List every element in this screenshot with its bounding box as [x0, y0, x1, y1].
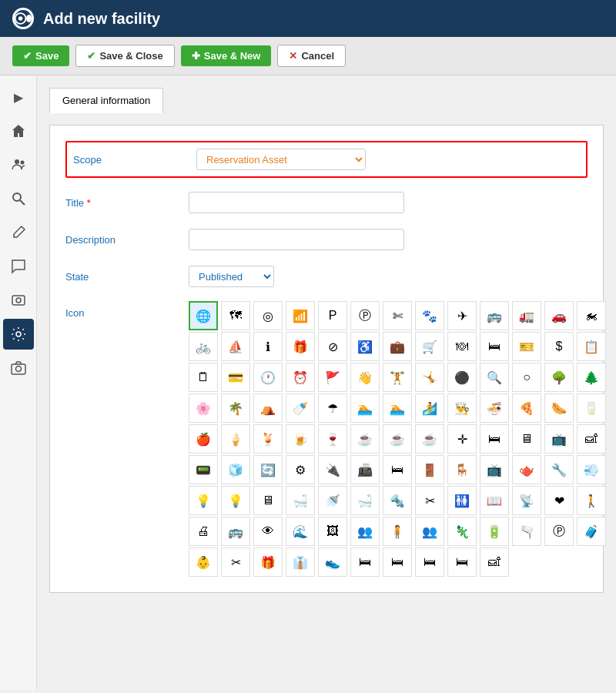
icon-cell-92[interactable]: 🚌 [221, 517, 250, 546]
icon-cell-29[interactable]: ⏰ [286, 363, 315, 392]
sidebar-item-dollar[interactable] [3, 285, 34, 316]
icon-cell-88[interactable]: 📡 [512, 486, 541, 515]
icon-cell-75[interactable]: 🫖 [512, 455, 541, 484]
icon-cell-32[interactable]: 🏋 [383, 363, 412, 392]
icon-cell-27[interactable]: 💳 [221, 363, 250, 392]
save-close-button[interactable]: ✔ Save & Close [75, 45, 174, 67]
icon-cell-73[interactable]: 🪑 [447, 455, 477, 484]
icon-cell-22[interactable]: 🛏 [480, 332, 509, 361]
icon-cell-41[interactable]: ⛺ [253, 393, 283, 423]
icon-cell-64[interactable]: 🛋 [577, 424, 606, 454]
icon-cell-74[interactable]: 📺 [480, 455, 509, 484]
description-input[interactable] [189, 229, 404, 250]
icon-cell-87[interactable]: 📖 [480, 486, 509, 515]
tab-general-information[interactable]: General information [49, 88, 163, 113]
icon-cell-61[interactable]: 🛏 [480, 424, 509, 454]
icon-cell-113[interactable]: 🛋 [480, 547, 509, 577]
icon-cell-6[interactable]: ✄ [383, 301, 412, 330]
icon-cell-48[interactable]: 🍜 [480, 393, 509, 423]
icon-cell-100[interactable]: 🔋 [480, 517, 509, 546]
icon-cell-42[interactable]: 🍼 [286, 393, 315, 423]
icon-cell-81[interactable]: 🛁 [286, 486, 315, 515]
save-button[interactable]: ✔ Save [12, 45, 69, 66]
icon-cell-55[interactable]: 🍺 [286, 424, 315, 454]
icon-cell-45[interactable]: 🏊 [383, 393, 412, 423]
icon-cell-14[interactable]: ⛵ [221, 332, 250, 361]
icon-cell-66[interactable]: 🧊 [221, 455, 250, 484]
icon-cell-94[interactable]: 🌊 [286, 517, 315, 546]
icon-cell-112[interactable]: 🛏 [447, 547, 477, 577]
icon-cell-49[interactable]: 🍕 [512, 393, 541, 423]
icon-cell-43[interactable]: ☂ [318, 393, 347, 423]
icon-cell-40[interactable]: 🌴 [221, 393, 250, 423]
icon-cell-79[interactable]: 💡 [221, 486, 250, 515]
icon-cell-102[interactable]: Ⓟ [544, 517, 574, 546]
icon-cell-76[interactable]: 🔧 [544, 455, 574, 484]
icon-cell-0[interactable]: 🌐 [189, 301, 218, 330]
icon-cell-104[interactable]: 👶 [189, 547, 218, 577]
icon-cell-31[interactable]: 👋 [350, 363, 380, 392]
icon-cell-33[interactable]: 🤸 [415, 363, 444, 392]
icon-cell-69[interactable]: 🔌 [318, 455, 347, 484]
icon-cell-37[interactable]: 🌳 [544, 363, 574, 392]
icon-cell-84[interactable]: 🔩 [383, 486, 412, 515]
icon-cell-44[interactable]: 🏊 [350, 393, 380, 423]
icon-cell-65[interactable]: 📟 [189, 455, 218, 484]
icon-cell-56[interactable]: 🍷 [318, 424, 347, 454]
icon-cell-7[interactable]: 🐾 [415, 301, 444, 330]
icon-cell-17[interactable]: ⊘ [318, 332, 347, 361]
icon-cell-95[interactable]: 🖼 [318, 517, 347, 546]
icon-cell-105[interactable]: ✂ [221, 547, 250, 577]
icon-cell-5[interactable]: Ⓟ [350, 301, 380, 330]
icon-cell-39[interactable]: 🌸 [189, 393, 218, 423]
icon-cell-35[interactable]: 🔍 [480, 363, 509, 392]
icon-cell-89[interactable]: ❤ [544, 486, 574, 515]
icon-cell-99[interactable]: 🦎 [447, 517, 477, 546]
icon-cell-47[interactable]: 👨‍🍳 [447, 393, 477, 423]
scope-select[interactable]: Reservation Asset Global [196, 149, 366, 170]
icon-cell-16[interactable]: 🎁 [286, 332, 315, 361]
icon-cell-24[interactable]: $ [544, 332, 574, 361]
icon-cell-68[interactable]: ⚙ [286, 455, 315, 484]
icon-cell-46[interactable]: 🏄 [415, 393, 444, 423]
icon-cell-59[interactable]: ☕ [415, 424, 444, 454]
icon-cell-96[interactable]: 👥 [350, 517, 380, 546]
sidebar-item-edit[interactable] [3, 217, 34, 248]
icon-cell-52[interactable]: 🍎 [189, 424, 218, 454]
icon-cell-50[interactable]: 🌭 [544, 393, 574, 423]
icon-cell-9[interactable]: 🚌 [480, 301, 509, 330]
icon-cell-15[interactable]: ℹ [253, 332, 283, 361]
icon-cell-2[interactable]: ◎ [253, 301, 283, 330]
icon-cell-26[interactable]: 🗒 [189, 363, 218, 392]
icon-cell-34[interactable]: ⚫ [447, 363, 477, 392]
icon-cell-90[interactable]: 🚶 [577, 486, 606, 515]
icon-cell-80[interactable]: 🖥 [253, 486, 283, 515]
icon-cell-86[interactable]: 🚻 [447, 486, 477, 515]
icon-cell-101[interactable]: 🫗 [512, 517, 541, 546]
icon-cell-12[interactable]: 🏍 [577, 301, 606, 330]
icon-cell-71[interactable]: 🛏 [383, 455, 412, 484]
icon-cell-70[interactable]: 📠 [350, 455, 380, 484]
icon-cell-93[interactable]: 👁 [253, 517, 283, 546]
icon-cell-1[interactable]: 🗺 [221, 301, 250, 330]
icon-cell-57[interactable]: ☕ [350, 424, 380, 454]
icon-cell-11[interactable]: 🚗 [544, 301, 574, 330]
icon-cell-91[interactable]: 🖨 [189, 517, 218, 546]
icon-cell-107[interactable]: 👔 [286, 547, 315, 577]
icon-cell-109[interactable]: 🛏 [350, 547, 380, 577]
icon-cell-4[interactable]: P [318, 301, 347, 330]
icon-cell-85[interactable]: ✂ [415, 486, 444, 515]
save-new-button[interactable]: ✚ Save & New [181, 45, 272, 66]
icon-cell-103[interactable]: 🧳 [577, 517, 606, 546]
icon-cell-97[interactable]: 🧍 [383, 517, 412, 546]
sidebar-item-settings[interactable] [3, 319, 34, 350]
icon-cell-10[interactable]: 🚛 [512, 301, 541, 330]
icon-cell-106[interactable]: 🎁 [253, 547, 283, 577]
icon-cell-62[interactable]: 🖥 [512, 424, 541, 454]
sidebar-item-arrow[interactable]: ▶ [3, 82, 34, 112]
icon-cell-77[interactable]: 💨 [577, 455, 606, 484]
icon-cell-82[interactable]: 🚿 [318, 486, 347, 515]
icon-cell-60[interactable]: ✛ [447, 424, 477, 454]
icon-cell-23[interactable]: 🎫 [512, 332, 541, 361]
cancel-button[interactable]: ✕ Cancel [277, 45, 346, 67]
